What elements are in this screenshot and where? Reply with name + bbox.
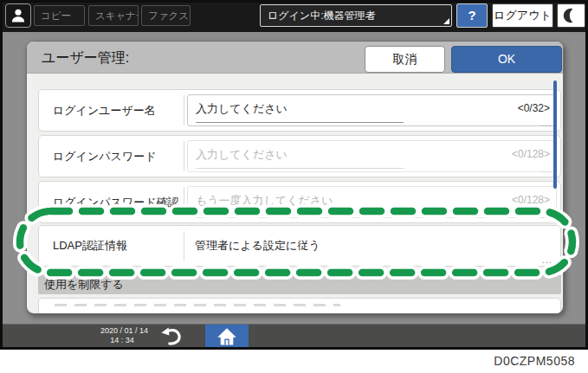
row-login-password[interactable]: ログインパスワード 入力してください <0/128> ... (38, 135, 561, 177)
row-label: ログインパスワード確認 (53, 195, 178, 210)
login-status-text: ログイン中:機器管理者 (268, 10, 375, 22)
input-placeholder: 入力してください (196, 101, 288, 117)
row-login-password-confirm[interactable]: ログインパスワード確認 もう一度入力してください <0/128> ... (38, 181, 561, 223)
home-icon (216, 326, 238, 346)
date-text: 2020 / 01 / 14 (100, 326, 144, 336)
crescent-moon-icon (563, 7, 580, 24)
row-divider (184, 231, 184, 260)
char-counter: <0/128> (512, 148, 550, 160)
user-management-dialog: ユーザー管理: 取消 OK ログインユーザー名 入力してください <0/32> … (26, 41, 564, 314)
char-counter: <0/128> (512, 194, 550, 206)
back-button[interactable] (158, 325, 184, 346)
input-placeholder: 入力してください (196, 147, 288, 163)
tab-scanner[interactable]: スキャナー (88, 5, 139, 26)
more-indicator: ... (541, 164, 552, 174)
energy-saver-button[interactable] (557, 3, 585, 28)
row-divider (184, 95, 184, 125)
login-password-confirm-input[interactable]: もう一度入力してください <0/128> ... (187, 186, 557, 218)
bottom-bar: 2020 / 01 / 14 14 : 34 (0, 324, 588, 347)
row-label: ログインパスワード (53, 149, 156, 164)
login-status-dropdown[interactable]: ログイン中:機器管理者 (260, 4, 452, 27)
login-password-input[interactable]: 入力してください <0/128> ... (187, 140, 557, 172)
input-underline (196, 168, 404, 169)
row-label: ログインユーザー名 (53, 103, 156, 119)
row-ldap-auth-info[interactable]: LDAP認証情報 管理者による設定に従う ... (38, 225, 561, 267)
dialog-title: ユーザー管理: (42, 42, 129, 74)
home-button[interactable] (205, 325, 249, 348)
help-button[interactable]: ? (456, 3, 488, 28)
manual-figure: コピー スキャナー ファクス ログイン中:機器管理者 ? ログアウト ユーザー管… (0, 0, 588, 373)
figure-reference-code: D0CZPM5058 (494, 354, 575, 368)
char-counter: <0/32> (518, 102, 550, 114)
top-bar: コピー スキャナー ファクス ログイン中:機器管理者 ? ログアウト (0, 0, 588, 32)
cancel-button[interactable]: 取消 (365, 46, 445, 73)
clipped-row-content (55, 304, 340, 306)
login-user-name-input[interactable]: 入力してください <0/32> ... (187, 94, 557, 126)
tab-fax[interactable]: ファクス (141, 5, 191, 26)
more-indicator: ... (541, 118, 552, 128)
person-icon (10, 7, 27, 24)
device-screen: コピー スキャナー ファクス ログイン中:機器管理者 ? ログアウト ユーザー管… (0, 0, 588, 350)
section-label: 使用を制限する (44, 277, 124, 293)
row-divider (184, 141, 184, 171)
more-indicator: ... (541, 209, 552, 220)
dialog-header: ユーザー管理: 取消 OK (27, 42, 563, 74)
ldap-setting-value: 管理者による設定に従う (195, 238, 320, 254)
section-restrict-use[interactable]: 使用を制限する (38, 274, 561, 294)
input-underline (196, 214, 404, 215)
dropdown-corner-triangle-icon (443, 18, 449, 24)
undo-arrow-icon (159, 326, 182, 345)
clipped-row[interactable] (38, 298, 561, 314)
row-login-user-name[interactable]: ログインユーザー名 入力してください <0/32> ... (38, 89, 561, 132)
row-label: LDAP認証情報 (53, 238, 127, 254)
input-placeholder: もう一度入力してください (196, 193, 333, 209)
tab-copy[interactable]: コピー (34, 5, 85, 26)
logout-button[interactable]: ログアウト (492, 3, 553, 28)
date-time-display: 2020 / 01 / 14 14 : 34 (100, 326, 144, 345)
vertical-scrollbar[interactable] (553, 80, 557, 189)
ok-button[interactable]: OK (451, 46, 562, 73)
logged-in-user-button[interactable] (5, 3, 31, 28)
time-text: 14 : 34 (100, 336, 144, 345)
more-indicator: ... (542, 254, 552, 265)
input-underline (196, 122, 404, 123)
row-divider (184, 187, 184, 217)
